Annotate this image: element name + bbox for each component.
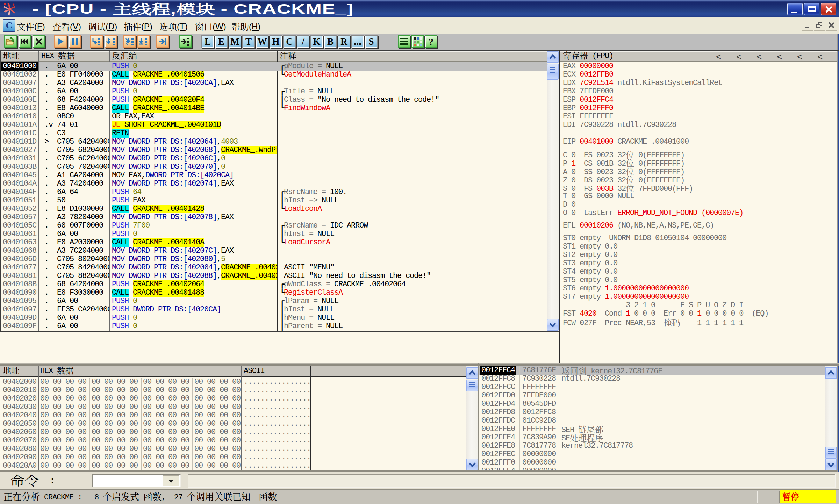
svg-text:?: ? — [429, 36, 433, 47]
